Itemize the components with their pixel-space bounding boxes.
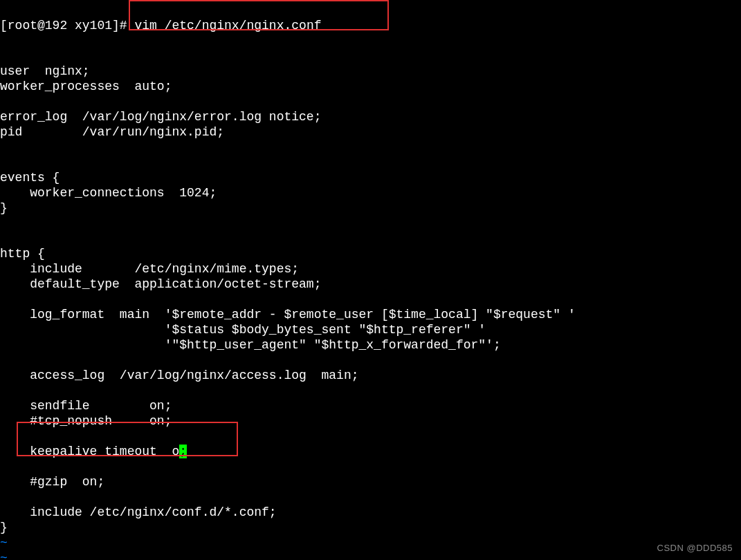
watermark-text: CSDN @DDD585	[657, 541, 733, 556]
vim-tilde-line: ~	[0, 536, 8, 550]
config-line: default_type application/octet-stream;	[0, 277, 321, 291]
cursor: ;	[179, 445, 187, 458]
config-line: sendfile on;	[0, 399, 172, 413]
config-line: log_format main '$remote_addr - $remote_…	[0, 308, 576, 321]
config-line: worker_connections 1024;	[0, 186, 217, 200]
config-line: access_log /var/log/nginx/access.log mai…	[0, 368, 358, 382]
prompt: [root@192 xy101]#	[0, 19, 127, 32]
vim-tilde-line: ~	[0, 551, 8, 560]
config-line: #tcp_nopush on;	[0, 414, 172, 428]
config-line: '"$http_user_agent" "$http_x_forwarded_f…	[0, 338, 501, 352]
config-line: '$status $body_bytes_sent "$http_referer…	[0, 323, 486, 337]
keepalive-line: keepalive_timeout o;	[0, 445, 187, 458]
config-line: }	[0, 201, 8, 215]
config-line: #gzip on;	[0, 475, 104, 489]
config-line: include /etc/nginx/conf.d/*.conf;	[0, 505, 277, 519]
command-text: vim /etc/nginx/nginx.conf	[127, 19, 322, 32]
config-line: pid /var/run/nginx.pid;	[0, 125, 224, 139]
config-line: error_log /var/log/nginx/error.log notic…	[0, 110, 321, 124]
config-line: include /etc/nginx/mime.types;	[0, 262, 299, 276]
config-line: events {	[0, 171, 60, 185]
config-line: worker_processes auto;	[0, 80, 172, 93]
config-line: user nginx;	[0, 64, 90, 78]
prompt-line: [root@192 xy101]# vim /etc/nginx/nginx.c…	[0, 19, 322, 32]
config-line: }	[0, 521, 8, 534]
terminal-output[interactable]: [root@192 xy101]# vim /etc/nginx/nginx.c…	[0, 0, 741, 560]
config-line: http {	[0, 247, 45, 261]
keepalive-text: keepalive_timeout o	[0, 445, 179, 458]
